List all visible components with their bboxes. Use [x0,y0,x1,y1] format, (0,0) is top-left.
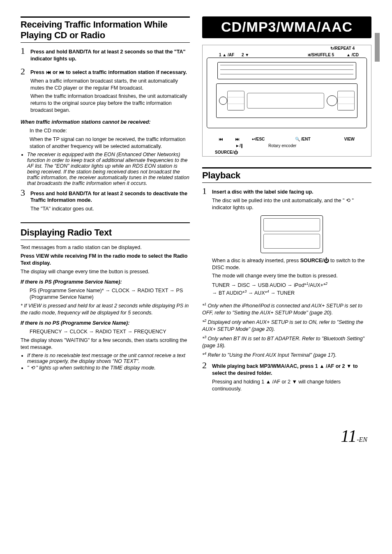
body-text: The display will change every time the b… [21,268,190,275]
edge-tab [375,33,380,62]
heading-radio-text: Displaying Radio Text [21,226,190,240]
sequence-text: PS (Programme Service Name)* → CLOCK → R… [30,287,190,301]
step-number: 3 [21,189,30,215]
body-text: The disc will be pulled into the unit au… [212,197,371,211]
page-number-suffix: -EN [357,436,367,443]
view-hold-note: * If VIEW is pressed and held for at lea… [21,302,190,316]
page-number: 11-EN [21,426,367,446]
press-view: Press VIEW while receiving FM in the rad… [21,253,190,267]
label-source: SOURCE/⏻ [215,150,238,155]
body-text: When the TP signal can no longer be rece… [30,136,190,150]
label-next: ⏭ [235,137,240,141]
step-2: 2 While playing back MP3/WMA/AAC, press … [202,361,371,394]
body-text: The mode will change every time the butt… [212,272,371,279]
label-two: 2 ▼ [242,53,249,57]
footnote-2: *2 Displayed only when AUX+ SETUP is set… [202,318,371,333]
intro-text: Text messages from a radio station can b… [21,244,190,251]
steps-traffic: 1 Press and hold BAND/TA for at least 2 … [21,47,190,115]
label-shuffle: ⤨/SHUFFLE 5 [307,53,334,57]
label-play: ►/∥ [235,143,243,148]
button-group-icon [337,91,355,111]
waiting-text: The display shows "WAITING" for a few se… [21,337,190,351]
device-body [207,58,367,128]
text: → AUX* [247,290,267,296]
footnote-4: *4 Refer to "Using the Front AUX Input T… [202,351,371,359]
step-number: 1 [21,47,30,64]
text: Refer to "Using the Front AUX Input Term… [208,352,337,358]
list-item: If there is no receivable text message o… [27,353,190,364]
steps-playback: 1 Insert a disc with the label side faci… [202,187,371,298]
keyword: SOURCE/⏻ [300,258,329,263]
steps-playback-cont: 2 While playing back MP3/WMA/AAC, press … [202,361,371,394]
subheading-ps-no: If there is no PS (Programme Service Nam… [21,320,190,327]
label-esc: ↩/ESC [252,137,265,141]
banner-title: CD/MP3/WMA/AAC [202,16,371,38]
step-2: 2 Press ⏮ or ⏭ to select a traffic infor… [21,67,190,115]
step-number: 1 [202,187,212,298]
step-head: Press and hold BAND/TA for at least 2 se… [30,48,190,62]
step-head: While playing back MP3/WMA/AAC, press 1 … [212,363,371,377]
keyword: BAND/TA [69,191,91,196]
label-view: VIEW [344,137,355,141]
mode-sequence: TUNER → DISC → USB AUDIO → iPod*1/AUX+*2… [212,281,371,297]
sequence-text: FREQUENCY → CLOCK → RADIO TEXT → FREQUEN… [30,328,190,335]
list-item: " ⟲ " lights up when switching to the TI… [27,365,190,371]
device-diagram: ↻/REPEAT 4 1 ▲ /AF 2 ▼ ⤨/SHUFFLE 5 ▲ /CD… [202,45,371,157]
body-text: In the CD mode: [30,127,190,134]
keyword: VIEW [36,253,49,259]
text: If VIEW is pressed and held for at least… [21,303,189,316]
display-icon [247,93,324,108]
page-number-value: 11 [341,427,357,446]
step-head: Insert a disc with the label side facing… [212,189,371,196]
footnote-3: *3 Only when BT IN is set to BT ADAPTER.… [202,335,371,349]
text: or [334,363,342,369]
control-panel [216,83,357,118]
rule [21,222,190,223]
text: Only when the iPhone/iPod is connected a… [202,303,362,316]
subheading-ps-yes: If there is PS (Programme Service Name): [21,279,190,286]
heading-playback: Playback [202,167,371,183]
subheading-cannot-receive: When traffic information stations cannot… [21,119,190,126]
text: TUNER → DISC → USB AUDIO → iPod* [212,282,306,288]
text: Only when BT IN is set to BT ADAPTER. Re… [202,336,364,349]
footnote-1: *1 Only when the iPhone/iPod is connecte… [202,302,371,316]
label-ent: 🔍 /ENT [295,137,311,141]
keyword: 1 ▲ /AF [315,363,334,369]
list-item: The receiver is equipped with the EON (E… [27,152,190,186]
rotary-icon [327,95,337,106]
step-1: 1 Press and hold BAND/TA for at least 2 … [21,47,190,64]
body-text: When the traffic information broadcast f… [30,93,190,114]
heading-traffic: Receiving Traffic Information While Play… [21,16,190,43]
body-text: When a disc is already inserted, press S… [212,257,371,271]
button-group-icon [227,91,244,111]
steps-traffic-cont: 3 Press and hold BAND/TA for at least 2 … [21,189,190,215]
text: When a disc is already inserted, press [212,258,300,263]
text: /AUX+* [308,282,325,288]
insert-disc-diagram [261,215,323,253]
keyword: 2 ▼ [342,363,352,369]
label-prev: ⏮ [219,137,223,141]
text: Press and hold [30,191,69,196]
step-number: 2 [202,361,212,394]
knob-icon [219,97,227,105]
right-column: CD/MP3/WMA/AAC ↻/REPEAT 4 1 ▲ /AF 2 ▼ ⤨/… [202,16,371,397]
step-head: Press and hold BAND/TA for at least 2 se… [30,190,190,204]
step-3: 3 Press and hold BAND/TA for at least 2 … [21,189,190,215]
text: While playing back MP3/WMA/AAC, press [212,363,315,369]
text: → BT AUDIO* [212,290,244,296]
step-number: 2 [21,67,30,115]
label-af: 1 ▲ /AF [219,53,234,57]
text: Press and hold [30,49,69,55]
keyword: BAND/TA [69,49,91,55]
step-head: Press ⏮ or ⏭ to select a traffic informa… [30,69,190,76]
text: Displayed only when AUX+ SETUP is set to… [202,319,363,332]
left-column: Receiving Traffic Information While Play… [21,16,190,397]
body-text: The "TA" indicator goes out. [30,205,190,212]
step-1: 1 Insert a disc with the label side faci… [202,187,371,298]
eon-note: The receiver is equipped with the EON (E… [21,152,190,186]
page-content: Receiving Traffic Information While Play… [21,16,371,397]
radio-text-notes: If there is no receivable text message o… [21,353,190,371]
text: → TUNER [269,290,295,296]
body-text: Pressing and holding 1 ▲ /AF or 2 ▼ will… [212,379,371,392]
label-repeat: ↻/REPEAT 4 [330,46,355,51]
